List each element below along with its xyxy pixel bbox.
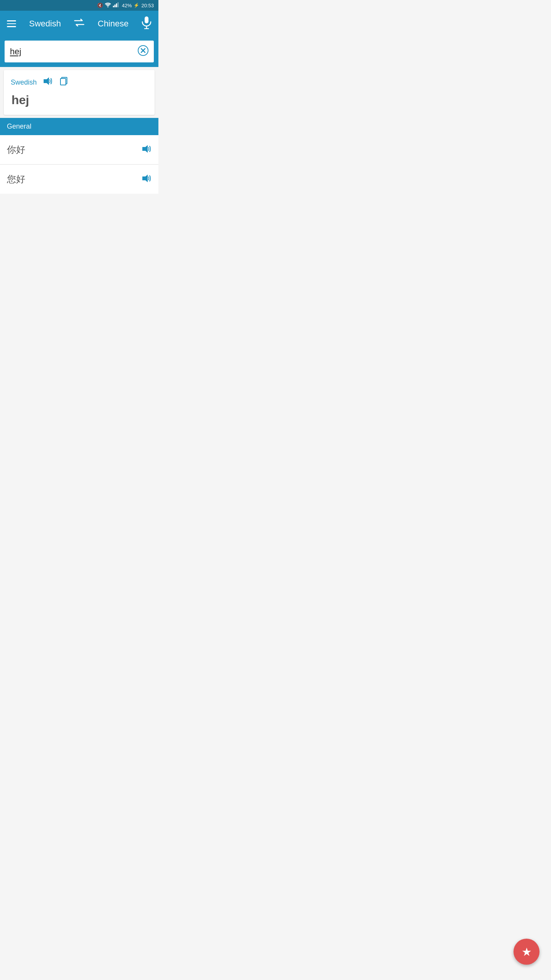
- microphone-button[interactable]: [142, 16, 152, 32]
- svg-rect-3: [116, 3, 117, 7]
- svg-rect-13: [60, 78, 66, 85]
- translation-sound-button-2[interactable]: [142, 173, 152, 185]
- svg-rect-2: [114, 5, 116, 7]
- battery-icon: ⚡: [134, 3, 139, 8]
- battery-percentage: 42%: [122, 3, 132, 8]
- translation-list: 你好 您好: [0, 135, 158, 194]
- section-label: General: [7, 122, 31, 130]
- svg-rect-1: [113, 6, 114, 7]
- translation-card: Swedish hej: [4, 70, 155, 115]
- search-input[interactable]: [10, 47, 134, 57]
- svg-marker-14: [142, 145, 148, 153]
- translation-card-header: Swedish: [11, 76, 148, 88]
- swap-languages-button[interactable]: [74, 19, 85, 29]
- svg-marker-15: [142, 175, 148, 182]
- wifi-icon: [105, 2, 111, 8]
- search-container: [0, 37, 158, 67]
- signal-icon: [113, 2, 120, 8]
- app-bar: Swedish Chinese: [0, 11, 158, 37]
- section-header: General: [0, 118, 158, 135]
- status-bar: 🔇 42% ⚡ 20:53: [0, 0, 158, 11]
- translation-text-1: 你好: [7, 144, 25, 156]
- svg-marker-11: [44, 77, 49, 85]
- svg-rect-5: [145, 16, 148, 23]
- source-language-button[interactable]: Swedish: [29, 19, 61, 29]
- time-display: 20:53: [141, 3, 154, 8]
- target-language-button[interactable]: Chinese: [98, 19, 129, 29]
- svg-point-0: [108, 7, 109, 8]
- clear-button[interactable]: [138, 45, 148, 58]
- menu-button[interactable]: [7, 20, 16, 27]
- card-copy-button[interactable]: [59, 76, 69, 88]
- card-source-text: hej: [11, 93, 148, 107]
- svg-rect-4: [117, 2, 119, 7]
- card-language-label: Swedish: [11, 78, 37, 87]
- status-icons: 🔇 42% ⚡ 20:53: [97, 2, 154, 8]
- translation-text-2: 您好: [7, 173, 25, 185]
- search-box: [5, 41, 154, 62]
- translation-item: 你好: [0, 135, 158, 165]
- mute-icon: 🔇: [97, 3, 103, 8]
- card-sound-button[interactable]: [43, 77, 53, 88]
- translation-sound-button-1[interactable]: [142, 144, 152, 156]
- translation-item: 您好: [0, 165, 158, 194]
